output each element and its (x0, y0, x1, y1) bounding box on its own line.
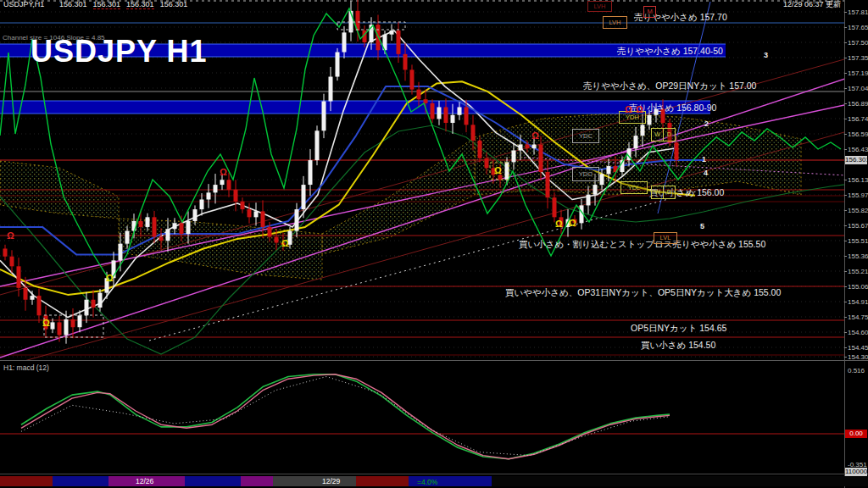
price-annotation: 買い小さめ・割り込むとストップロス売りやや小さめ 155.50 (519, 239, 765, 251)
candle-body (58, 322, 62, 335)
price-axis-tick (844, 256, 847, 257)
candle-body (207, 192, 211, 199)
price-axis-tick (844, 271, 847, 272)
price-annotation: OP5日NYカット 154.65 (631, 323, 726, 335)
macd-panel-separator[interactable] (0, 360, 868, 361)
price-axis-label: 157.810 (848, 8, 868, 16)
timeline-segment[interactable] (492, 476, 868, 486)
price-axis-label: 154.455 (848, 344, 868, 352)
price-axis-tick (844, 73, 847, 74)
candle-body (498, 175, 503, 180)
price-axis-label: 157.195 (848, 69, 868, 77)
candle-body (275, 237, 279, 243)
level-box-d: D (663, 128, 676, 141)
candle-body (485, 158, 489, 169)
candle-body (64, 319, 69, 336)
candle-body (553, 197, 557, 217)
price-annotation: 買いやや小さめ、OP31日NYカット、OP5日NYカット大きめ 155.00 (505, 287, 781, 299)
red-reversal-marker: Ω (636, 105, 643, 114)
macd-signal-dotted (21, 377, 670, 456)
candle-body (180, 223, 184, 234)
price-axis-label: 155.820 (848, 207, 868, 214)
candle-body (85, 300, 89, 316)
price-axis-tick (844, 180, 847, 180)
wave-number: 3 (764, 51, 768, 59)
candle-body (322, 102, 326, 131)
candle-body (437, 107, 442, 119)
red-reversal-marker: Ω (220, 168, 227, 177)
candle-body (261, 211, 265, 227)
band-annotation: 売りやや小さめ 157.40-50 (617, 46, 723, 58)
timeline-segment[interactable] (53, 476, 108, 486)
price-axis-tick (844, 317, 847, 318)
candle-body (458, 107, 462, 114)
candle-body (3, 248, 8, 256)
candle-body (24, 288, 28, 300)
yellow-reversal-marker: Ω (494, 166, 502, 175)
yellow-reversal-marker: Ω (555, 219, 563, 229)
candle-body (241, 202, 245, 209)
yellow-reversal-marker: Ω (42, 319, 50, 328)
price-axis-label: 156.590 (848, 130, 868, 138)
candle-body (403, 54, 408, 70)
timeline-note: =4.0% (417, 478, 437, 486)
price-axis-tick (844, 149, 847, 150)
candle-body (634, 136, 638, 148)
price-axis-label: 157.045 (848, 85, 868, 92)
level-box-w: W (651, 186, 664, 199)
timeline-segment[interactable] (0, 476, 53, 486)
red-reversal-marker: Ω (531, 131, 539, 141)
yellow-reversal-marker: Ω (106, 274, 114, 283)
candle-body (512, 150, 516, 162)
candle-body (593, 185, 598, 195)
pink-trend-a-line[interactable] (0, 100, 868, 286)
candle-body (186, 221, 191, 234)
timeline-segment[interactable] (185, 476, 241, 486)
macd-extra-box: 110000 (845, 468, 867, 476)
level-box-m: M (643, 6, 656, 18)
candle-body (92, 300, 96, 308)
macd-pane[interactable] (0, 374, 844, 459)
candle-body (98, 293, 103, 308)
candle-body (607, 166, 611, 174)
candle-body (31, 296, 35, 300)
candle-body (153, 217, 157, 236)
timeline-segment[interactable] (273, 476, 356, 486)
price-axis-tick (844, 195, 847, 196)
candle-body (193, 209, 198, 221)
candle-body (526, 145, 530, 149)
candle-body (17, 266, 21, 288)
current-price-box[interactable]: 156.301 (845, 156, 867, 164)
price-axis-tick (844, 119, 847, 119)
timeline-segment[interactable] (241, 476, 273, 486)
candle-body (342, 32, 347, 52)
price-axis-label: 157.655 (848, 24, 868, 31)
candle-body (539, 145, 543, 172)
candle-body (675, 142, 679, 160)
wave-number: 2 (704, 119, 709, 128)
wave-number: 5 (700, 222, 704, 230)
candle-body (641, 125, 645, 136)
yellow-reversal-marker: Ω (569, 219, 576, 228)
candle-body (431, 103, 435, 119)
price-axis-label: 154.910 (848, 298, 868, 306)
candle-body (417, 90, 421, 100)
price-axis-tick (844, 347, 847, 348)
candle-body (451, 115, 455, 123)
candle-body (268, 227, 272, 237)
resistance-band (0, 101, 710, 114)
price-axis-tick (844, 12, 847, 13)
timeline-segment[interactable] (356, 476, 409, 486)
candle-body (119, 244, 123, 261)
price-axis-label: 154.605 (848, 329, 868, 336)
macd-pink (21, 374, 670, 459)
price-axis-tick (844, 357, 847, 358)
candle-body (51, 322, 55, 329)
macd-green (21, 374, 670, 459)
price-axis-tick (844, 134, 847, 135)
candle-body (336, 53, 340, 77)
level-box-ydo: YDO (572, 167, 599, 181)
candle-body (173, 223, 177, 229)
price-axis-label: 156.130 (848, 176, 868, 184)
candle-body (10, 257, 14, 267)
